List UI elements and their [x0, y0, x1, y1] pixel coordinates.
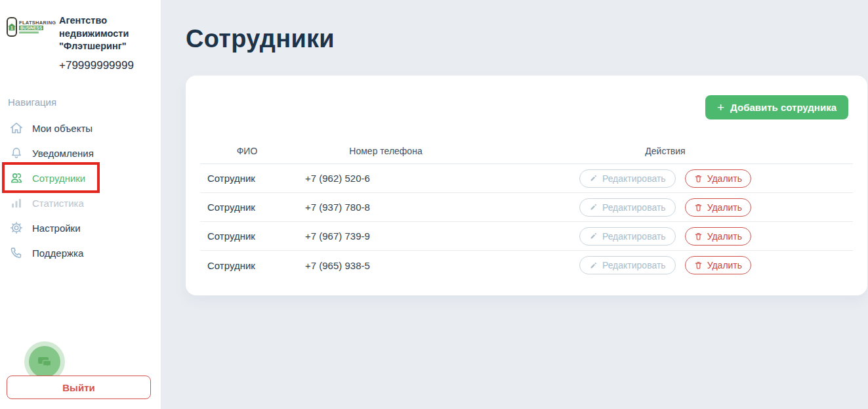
nav-section-label: Навигация	[8, 97, 56, 108]
sidebar-item-support[interactable]: Поддержка	[0, 240, 161, 265]
pencil-icon	[589, 174, 598, 183]
bell-icon	[9, 146, 24, 160]
table-row: Сотрудник +7 (967) 739-9 Редактировать У…	[200, 222, 853, 251]
home-icon	[9, 121, 24, 135]
edit-button-label: Редактировать	[602, 202, 666, 213]
edit-button-label: Редактировать	[602, 231, 666, 242]
chat-bubbles-icon	[36, 353, 53, 370]
delete-button-label: Удалить	[707, 202, 742, 213]
sidebar-item-settings[interactable]: Настройки	[0, 215, 161, 240]
column-header-phone: Номер телефона	[294, 146, 478, 156]
edit-button[interactable]: Редактировать	[579, 256, 676, 274]
page-title: Сотрудники	[186, 25, 335, 53]
plus-icon: +	[717, 101, 724, 114]
employee-name: Сотрудник	[200, 260, 294, 271]
column-header-name: ФИО	[200, 146, 294, 156]
edit-button-label: Редактировать	[602, 173, 666, 184]
delete-button[interactable]: Удалить	[685, 169, 751, 188]
column-header-actions: Действия	[478, 146, 853, 156]
edit-button-label: Редактировать	[602, 260, 666, 270]
sidebar-item-label: Сотрудники	[32, 173, 85, 184]
employees-table: ФИО Номер телефона Действия Сотрудник +7…	[200, 138, 853, 280]
sidebar-item-statistics[interactable]: Статистика	[0, 190, 161, 215]
delete-button[interactable]: Удалить	[685, 198, 751, 217]
sidebar-item-label: Поддержка	[32, 248, 83, 259]
employee-name: Сотрудник	[200, 173, 294, 184]
chat-widget-button[interactable]	[29, 346, 60, 377]
delete-button[interactable]: Удалить	[685, 256, 751, 274]
flatsharing-logo: 1 FLATSHARING BUSINESS	[7, 14, 52, 38]
logo-tagline-strip	[19, 32, 39, 33]
pencil-icon	[589, 232, 598, 240]
trash-icon	[694, 232, 703, 241]
table-header-row: ФИО Номер телефона Действия	[200, 138, 853, 164]
phone-icon	[9, 246, 24, 260]
logo-brand-line1: FLATSHARING	[19, 20, 56, 26]
agency-phone: +79999999999	[59, 59, 152, 72]
logout-button[interactable]: Выйти	[7, 376, 151, 399]
delete-button-label: Удалить	[707, 173, 742, 184]
trash-icon	[694, 174, 703, 183]
employee-phone: +7 (962) 520-6	[294, 173, 478, 184]
employee-name: Сотрудник	[200, 230, 294, 242]
table-row: Сотрудник +7 (965) 938-5 Редактировать У…	[200, 251, 853, 280]
trash-icon	[694, 203, 703, 212]
table-row: Сотрудник +7 (937) 780-8 Редактировать У…	[200, 193, 853, 222]
add-employee-label: Добавить сотрудника	[730, 102, 837, 113]
logo-phone-house-icon: 1	[7, 17, 17, 37]
delete-button-label: Удалить	[707, 260, 742, 270]
sidebar-item-label: Уведомления	[32, 148, 94, 159]
add-employee-button[interactable]: + Добавить сотрудника	[705, 95, 848, 119]
users-icon	[9, 171, 24, 185]
employee-phone: +7 (967) 739-9	[294, 230, 478, 242]
logo-row: 1 FLATSHARING BUSINESS Агентство недвижи…	[0, 0, 161, 72]
delete-button[interactable]: Удалить	[685, 227, 751, 246]
employee-name: Сотрудник	[200, 202, 294, 213]
gear-icon	[9, 221, 24, 235]
sidebar-item-notifications[interactable]: Уведомления	[0, 140, 161, 165]
pencil-icon	[589, 203, 598, 211]
edit-button[interactable]: Редактировать	[579, 227, 676, 246]
table-row: Сотрудник +7 (962) 520-6 Редактировать У…	[200, 164, 853, 193]
sidebar-item-employees[interactable]: Сотрудники	[0, 165, 161, 190]
logo-brand-line2: BUSINESS	[19, 26, 43, 30]
employee-phone: +7 (965) 938-5	[294, 260, 478, 271]
sidebar-item-label: Мои объекты	[32, 123, 93, 134]
employee-phone: +7 (937) 780-8	[294, 202, 478, 213]
sidebar-item-label: Настройки	[32, 223, 81, 234]
sidebar-item-label: Статистика	[32, 198, 84, 209]
employees-card: + Добавить сотрудника ФИО Номер телефона…	[186, 75, 867, 295]
sidebar: 1 FLATSHARING BUSINESS Агентство недвижи…	[0, 0, 161, 409]
edit-button[interactable]: Редактировать	[579, 198, 676, 217]
nav-menu: Мои объекты Уведомления Сотрудники	[0, 116, 161, 265]
edit-button[interactable]: Редактировать	[579, 169, 676, 188]
pencil-icon	[589, 261, 598, 270]
chart-icon	[9, 196, 24, 210]
delete-button-label: Удалить	[707, 231, 742, 242]
agency-name: Агентство недвижимости "Флэтшеринг"	[59, 14, 152, 53]
sidebar-item-my-objects[interactable]: Мои объекты	[0, 116, 161, 140]
trash-icon	[694, 261, 703, 270]
